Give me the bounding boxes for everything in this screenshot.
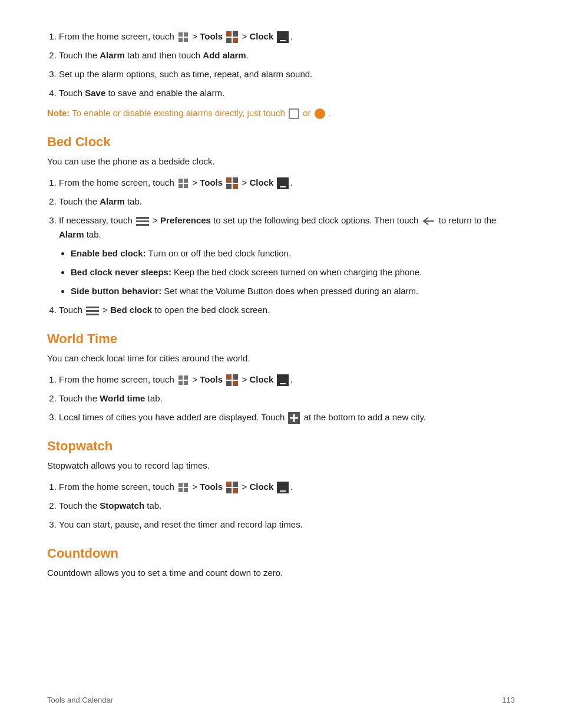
bed-clock-never-sleeps-label: Bed clock never sleeps: [71, 267, 171, 277]
footer-right: 113 [502, 696, 515, 704]
note-label: Note: [47, 108, 70, 118]
add-city-icon [288, 412, 300, 424]
note-end-text: . [329, 108, 331, 118]
grid-icon [178, 32, 189, 42]
world-time-desc: You can check local time for cities arou… [47, 351, 515, 365]
svg-rect-7 [233, 38, 238, 43]
world-time-heading: World Time [47, 331, 515, 347]
svg-rect-0 [178, 32, 183, 37]
tools-icon-4 [226, 482, 238, 493]
svg-rect-25 [178, 375, 183, 380]
grid-icon-2 [178, 178, 189, 189]
side-button-behavior-item: Side button behavior: Set what the Volum… [71, 284, 515, 298]
stopwatch-tab-label: Stopwatch [100, 500, 144, 510]
alarm-label-3: Alarm [59, 229, 84, 239]
svg-rect-16 [233, 184, 238, 189]
tools-label-4: Tools [200, 482, 223, 492]
side-button-behavior-label: Side button behavior: [71, 286, 161, 296]
grid-icon-3 [178, 375, 189, 386]
svg-rect-2 [178, 38, 183, 42]
svg-rect-4 [226, 31, 232, 37]
stopwatch-desc: Stopwatch allows you to record lap times… [47, 459, 515, 473]
tools-label: Tools [200, 31, 223, 41]
world-time-steps: From the home screen, touch > Tools > Cl… [59, 373, 515, 424]
clock-label-2: Clock [249, 177, 273, 187]
add-alarm-label: Add alarm [203, 50, 246, 60]
svg-rect-42 [233, 482, 238, 487]
bed-clock-desc: You can use the phone as a bedside clock… [47, 154, 515, 169]
note: Note: To enable or disable existing alar… [47, 106, 515, 120]
bed-clock-never-sleeps-item: Bed clock never sleeps: Keep the bed clo… [71, 265, 515, 279]
world-time-step-3: Local times of cities you have added are… [59, 410, 515, 424]
countdown-section: Countdown Countdown allows you to set a … [47, 546, 515, 580]
bed-clock-step-4: Touch > Bed clock to open the bed clock … [59, 303, 515, 317]
bed-clock-step-1: From the home screen, touch > Tools > Cl… [59, 176, 515, 190]
clock-icon-2 [277, 177, 289, 189]
enable-bed-clock-item: Enable bed clock: Turn on or off the bed… [71, 246, 515, 261]
world-time-step-1: From the home screen, touch > Tools > Cl… [59, 373, 515, 387]
svg-rect-38 [184, 483, 188, 487]
alarm-tab-label: Alarm [100, 50, 125, 60]
menu-icon-2 [86, 306, 99, 315]
svg-rect-26 [184, 375, 188, 380]
note-text: To enable or disable existing alarms dir… [72, 108, 287, 118]
tools-icon-2 [226, 177, 238, 189]
stopwatch-step-2: Touch the Stopwatch tab. [59, 499, 515, 513]
svg-rect-1 [184, 32, 188, 37]
clock-icon-3 [277, 374, 289, 386]
svg-rect-22 [86, 307, 99, 308]
svg-rect-29 [226, 374, 232, 380]
svg-rect-23 [86, 310, 99, 312]
bed-clock-step-3: If necessary, touch > Preferences to set… [59, 213, 515, 298]
tools-icon-3 [226, 374, 238, 386]
svg-rect-28 [184, 381, 188, 385]
world-time-tab-label: World time [100, 393, 145, 403]
clock-icon [277, 31, 289, 43]
stopwatch-heading: Stopwatch [47, 439, 515, 454]
svg-rect-11 [178, 184, 183, 188]
svg-rect-3 [184, 38, 188, 42]
back-icon [422, 216, 435, 226]
bed-clock-section: Bed Clock You can use the phone as a bed… [47, 134, 515, 317]
bed-clock-open-label: Bed clock [110, 305, 152, 315]
stopwatch-steps: From the home screen, touch > Tools > Cl… [59, 480, 515, 532]
stopwatch-step-3: You can start, pause, and reset the time… [59, 518, 515, 532]
svg-rect-43 [226, 488, 232, 493]
alarm-label-2: Alarm [100, 196, 125, 206]
clock-label-4: Clock [249, 482, 273, 492]
svg-rect-15 [226, 184, 232, 189]
svg-rect-14 [233, 177, 238, 183]
intro-steps-list: From the home screen, touch > Tools > Cl… [59, 29, 515, 100]
grid-icon-4 [178, 482, 189, 493]
bed-clock-steps: From the home screen, touch > Tools > Cl… [59, 176, 515, 317]
svg-rect-37 [178, 483, 183, 487]
tools-label-3: Tools [200, 374, 223, 384]
svg-rect-20 [136, 224, 149, 226]
countdown-heading: Countdown [47, 546, 515, 561]
bed-clock-step-2: Touch the Alarm tab. [59, 195, 515, 209]
clock-label: Clock [249, 31, 273, 41]
clock-icon-4 [277, 482, 289, 493]
stopwatch-step-1: From the home screen, touch > Tools > Cl… [59, 480, 515, 494]
svg-rect-5 [233, 31, 238, 37]
intro-step-1: From the home screen, touch > Tools > Cl… [59, 29, 515, 44]
tools-label-2: Tools [200, 177, 223, 187]
save-label: Save [85, 88, 105, 98]
intro-step-2: Touch the Alarm tab and then touch Add a… [59, 48, 515, 62]
world-time-section: World Time You can check local time for … [47, 331, 515, 424]
note-or-text: or [303, 108, 313, 118]
svg-rect-27 [178, 381, 183, 385]
circle-on-icon [315, 108, 325, 119]
svg-rect-30 [233, 374, 238, 380]
intro-step-4: Touch Save to save and enable the alarm. [59, 86, 515, 100]
menu-icon [136, 216, 149, 226]
svg-rect-13 [226, 177, 232, 183]
svg-rect-39 [178, 488, 183, 492]
preferences-label: Preferences [160, 215, 211, 225]
tools-icon [226, 31, 238, 43]
bed-clock-options-list: Enable bed clock: Turn on or off the bed… [71, 246, 515, 298]
svg-rect-41 [226, 482, 232, 487]
bed-clock-heading: Bed Clock [47, 134, 515, 150]
svg-rect-31 [226, 381, 232, 386]
footer-left: Tools and Calendar [47, 696, 113, 704]
